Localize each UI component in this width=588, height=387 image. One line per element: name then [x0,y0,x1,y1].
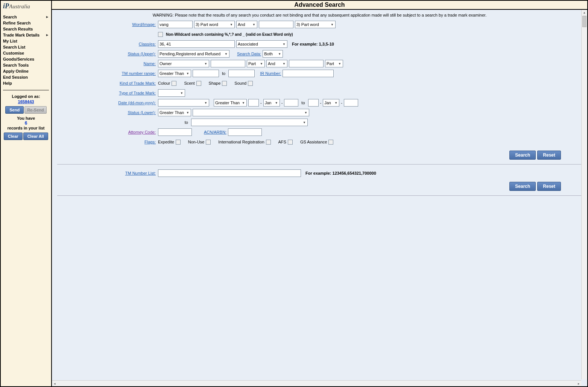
tm-range-to-input[interactable] [228,70,255,77]
resend-button: Re-Send [24,106,47,114]
search-data-label[interactable]: Search Data: [237,52,261,56]
session-id[interactable]: 1658443 [3,99,49,104]
flag-intl-checkbox[interactable] [266,140,271,145]
flags-label[interactable]: Flags: [144,140,156,144]
attorney-code-label[interactable]: Attorney Code: [128,130,156,134]
nav-item-my-list[interactable]: My List [3,38,49,44]
date-dash1: - [260,101,262,105]
wildcard-checkbox[interactable] [158,32,163,37]
class-mode-select[interactable]: Associated [236,40,287,48]
name-label[interactable]: Name: [144,61,156,66]
tm-range-label[interactable]: TM number range: [122,71,156,76]
classes-label[interactable]: Class/es: [139,42,156,46]
clear-button[interactable]: Clear [4,133,23,140]
date-year2-input[interactable] [344,99,358,107]
date-op-select[interactable]: Greater Than [214,99,247,107]
tm-range-from-input[interactable] [193,70,219,77]
search-button-1[interactable]: Search [509,151,536,160]
date-day2-input[interactable] [308,99,319,107]
horizontal-scrollbar[interactable] [52,380,581,386]
name-input-1[interactable] [211,60,245,67]
word-input-2[interactable] [259,21,293,28]
name-input-2[interactable] [289,60,324,67]
nav-item-search-tools[interactable]: Search Tools [3,62,49,68]
name-type-select[interactable]: Owner [158,60,209,67]
status-upper-label[interactable]: Status (Upper): [128,52,156,56]
nav-item-goods-services[interactable]: Goods/Services [3,56,49,62]
name-op-select[interactable]: And [266,60,287,67]
nav-item-search[interactable]: Search [3,14,49,20]
attorney-code-input[interactable] [158,128,192,136]
date-label[interactable]: Date (dd-mon-yyyy): [118,101,156,105]
flag-afs-checkbox[interactable] [288,140,293,145]
nav-item-refine-search[interactable]: Refine Search [3,20,49,26]
separator-2 [57,195,583,196]
search-data-select[interactable]: Both [263,50,283,58]
status-lower-label[interactable]: Status (Lower): [128,110,156,115]
word-match-select-1[interactable]: 3) Part word [194,21,235,28]
vertical-scrollbar[interactable] [581,10,587,379]
kind-scent-checkbox[interactable] [196,81,201,86]
type-tm-label[interactable]: Type of Trade Mark: [119,91,156,95]
nav-item-apply-online[interactable]: Apply Online [3,68,49,74]
content: WARNING: Please note that the results of… [52,10,587,386]
kind-shape-checkbox[interactable] [222,81,227,86]
ir-number-input[interactable] [283,70,334,77]
send-button[interactable]: Send [5,106,24,114]
clear-row: Clear Clear All [3,133,49,140]
separator [57,164,583,165]
page-title: Advanced Search [52,1,587,10]
date-year1-input[interactable] [284,99,298,107]
clear-all-button[interactable]: Clear All [23,133,48,140]
send-row: Send Re-Send [3,106,49,114]
date-mon1-select[interactable]: Jan [263,99,280,107]
classes-input[interactable] [158,40,235,48]
status-lower-to-select[interactable] [191,119,308,126]
type-tm-select[interactable] [158,89,185,97]
logo: iPAustralia [3,2,49,10]
warning-text: WARNING: Please note that the results of… [56,11,583,20]
nav-item-search-list[interactable]: Search List [3,44,49,50]
name-match-select-2[interactable]: Part [325,60,343,67]
nav-item-help[interactable]: Help [3,80,49,86]
date-day1-input[interactable] [248,99,259,107]
search-button-2[interactable]: Search [509,182,536,191]
kind-tm-label[interactable]: Kind of Trade Mark: [120,81,156,85]
reset-button-1[interactable]: Reset [537,151,561,160]
flag-gs-checkbox[interactable] [328,140,333,145]
kind-colour-checkbox[interactable] [172,81,176,86]
acn-arbn-input[interactable] [228,128,262,136]
nav-item-customise[interactable]: Customise [3,50,49,56]
nav-item-trade-mark-details[interactable]: Trade Mark Details [3,32,49,38]
logo-ip: iP [3,2,9,10]
reset-button-2[interactable]: Reset [537,182,561,191]
kind-sound-checkbox[interactable] [248,81,253,86]
tm-range-op-select[interactable]: Greater Than [158,70,191,77]
tm-number-list-label[interactable]: TM Number List: [125,171,156,175]
word-image-label[interactable]: Word/Image: [132,22,156,27]
date-mon2-select[interactable]: Jan [323,99,339,107]
word-match-select-2[interactable]: 3) Part word [295,21,336,28]
flag-afs-label: AFS [278,140,286,144]
you-have-label: You have [3,116,49,120]
flag-nonuse-checkbox[interactable] [206,140,211,145]
flag-gs-label: GS Assistance [300,140,327,144]
acn-arbn-label[interactable]: ACN/ARBN: [204,130,226,134]
flag-intl-label: International Registration [218,140,264,144]
tm-number-list-input[interactable] [158,169,301,177]
word-input-1[interactable] [158,21,193,28]
status-lower-from-select[interactable] [193,109,309,116]
word-op-select[interactable]: And [236,21,257,28]
tm-list-hint: For example: 123456,654321,700000 [305,171,376,175]
nav-item-search-results[interactable]: Search Results [3,26,49,32]
ir-number-label[interactable]: IR Number: [260,71,281,76]
flag-expedite-label: Expedite [158,140,174,144]
status-lower-op-select[interactable]: Greater Than [158,109,191,116]
date-type-select[interactable] [158,99,209,107]
nav-item-end-session[interactable]: End Session [3,74,49,80]
name-match-select-1[interactable]: Part [247,60,265,67]
date-dash3: - [320,101,322,105]
flag-expedite-checkbox[interactable] [176,140,181,145]
status-upper-select[interactable]: Pending,Registered and Refused [158,50,229,58]
kind-shape-label: Shape [209,81,221,85]
